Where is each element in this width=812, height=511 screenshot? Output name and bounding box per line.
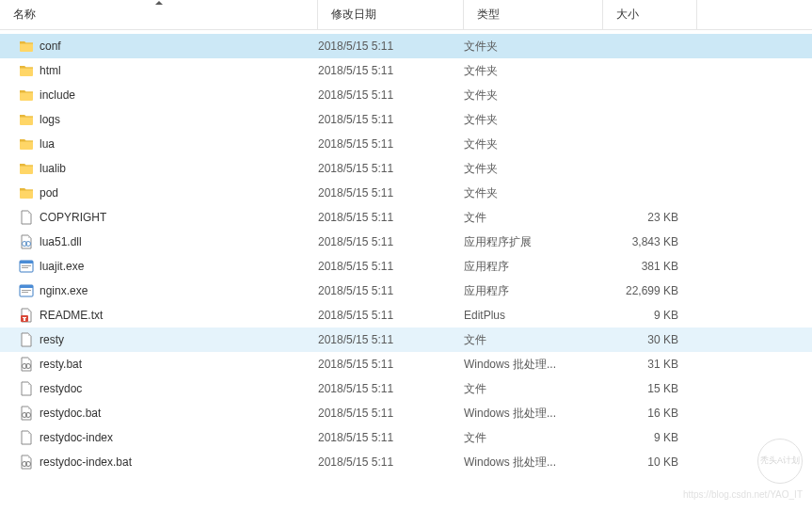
file-name: restydoc.bat (40, 407, 101, 420)
file-name: lua (40, 137, 55, 151)
file-date: 2018/5/15 5:11 (318, 162, 464, 175)
file-name-cell: restydoc (19, 381, 318, 396)
file-name-cell: nginx.exe (19, 283, 318, 298)
file-row[interactable]: logs2018/5/15 5:11文件夹 (0, 107, 812, 132)
column-type[interactable]: 类型 (464, 0, 603, 29)
file-type: Windows 批处理... (464, 406, 603, 422)
file-name-cell: resty.bat (19, 357, 318, 372)
file-name: lua51.dll (40, 235, 82, 248)
file-size: 31 KB (603, 358, 688, 371)
file-type: 文件夹 (464, 63, 603, 79)
file-name-cell: pod (19, 185, 318, 200)
file-name: lualib (40, 162, 66, 175)
file-name: html (40, 64, 61, 77)
file-name-cell: logs (19, 112, 318, 127)
file-row[interactable]: conf2018/5/15 5:11文件夹 (0, 34, 812, 58)
file-row[interactable]: nginx.exe2018/5/15 5:11应用程序22,699 KB (0, 279, 812, 303)
file-name: restydoc (40, 382, 82, 395)
file-type: 应用程序扩展 (464, 234, 603, 250)
file-row[interactable]: README.txt2018/5/15 5:11EditPlus9 KB (0, 303, 812, 327)
file-date: 2018/5/15 5:11 (318, 113, 464, 126)
file-row[interactable]: html2018/5/15 5:11文件夹 (0, 58, 812, 83)
sort-ascending-icon (155, 1, 163, 5)
file-name-cell: COPYRIGHT (19, 210, 318, 225)
watermark-avatar-icon: 秃头A计划 (757, 439, 803, 484)
file-name-cell: restydoc.bat (19, 406, 318, 421)
file-type: 文件 (464, 332, 603, 348)
watermark: 秃头A计划 https://blog.csdn.net/YAO_IT (683, 439, 803, 502)
file-name: COPYRIGHT (40, 211, 106, 224)
file-name-cell: include (19, 88, 318, 103)
file-name: resty.bat (40, 358, 82, 371)
file-row[interactable]: restydoc2018/5/15 5:11文件15 KB (0, 376, 812, 401)
file-type: 文件夹 (464, 185, 603, 201)
file-row[interactable]: luajit.exe2018/5/15 5:11应用程序381 KB (0, 254, 812, 279)
file-size: 9 KB (603, 309, 688, 322)
file-row[interactable]: lua2018/5/15 5:11文件夹 (0, 132, 812, 156)
file-name-cell: luajit.exe (19, 259, 318, 274)
file-name: nginx.exe (40, 284, 88, 297)
file-date: 2018/5/15 5:11 (318, 64, 464, 77)
file-name-cell: README.txt (19, 308, 318, 323)
file-date: 2018/5/15 5:11 (318, 382, 464, 395)
file-row[interactable]: lualib2018/5/15 5:11文件夹 (0, 156, 812, 181)
file-type: 文件夹 (464, 39, 603, 55)
file-type: 文件 (464, 430, 603, 446)
file-size: 9 KB (603, 431, 688, 444)
file-type: Windows 批处理... (464, 357, 603, 373)
file-row[interactable]: include2018/5/15 5:11文件夹 (0, 83, 812, 107)
file-type: 文件夹 (464, 136, 603, 152)
file-name: include (40, 88, 75, 102)
file-row[interactable]: pod2018/5/15 5:11文件夹 (0, 181, 812, 205)
file-size: 22,699 KB (603, 284, 688, 297)
column-size[interactable]: 大小 (603, 0, 697, 29)
file-name: resty (40, 333, 64, 346)
watermark-label: 秃头A计划 (760, 455, 800, 468)
file-type: 文件夹 (464, 88, 603, 104)
file-date: 2018/5/15 5:11 (318, 186, 464, 200)
file-name-cell: resty (19, 332, 318, 347)
file-type: 应用程序 (464, 283, 603, 299)
file-name: luajit.exe (40, 260, 84, 273)
file-name-cell: conf (19, 39, 318, 54)
file-type: 文件 (464, 381, 603, 397)
file-date: 2018/5/15 5:11 (318, 431, 464, 444)
column-date[interactable]: 修改日期 (318, 0, 464, 29)
file-date: 2018/5/15 5:11 (318, 407, 464, 420)
file-size: 30 KB (603, 333, 688, 346)
file-size: 16 KB (603, 407, 688, 420)
file-name: restydoc-index.bat (40, 455, 132, 469)
file-row[interactable]: restydoc.bat2018/5/15 5:11Windows 批处理...… (0, 401, 812, 425)
file-name-cell: lualib (19, 161, 318, 176)
file-size: 15 KB (603, 382, 688, 395)
file-name-cell: restydoc-index.bat (19, 455, 318, 470)
file-type: EditPlus (464, 309, 603, 322)
file-size: 10 KB (603, 455, 688, 469)
file-type: 应用程序 (464, 259, 603, 275)
column-name-label: 名称 (13, 7, 36, 23)
column-name[interactable]: 名称 (0, 0, 318, 29)
file-type: Windows 批处理... (464, 455, 603, 471)
file-date: 2018/5/15 5:11 (318, 40, 464, 53)
file-date: 2018/5/15 5:11 (318, 211, 464, 224)
file-name-cell: html (19, 63, 318, 78)
column-date-label: 修改日期 (331, 7, 376, 23)
file-list: conf2018/5/15 5:11文件夹html2018/5/15 5:11文… (0, 34, 812, 474)
column-size-label: 大小 (616, 7, 639, 23)
file-date: 2018/5/15 5:11 (318, 137, 464, 151)
column-header: 名称 修改日期 类型 大小 (0, 0, 812, 30)
file-row[interactable]: resty2018/5/15 5:11文件30 KB (0, 327, 812, 352)
file-row[interactable]: COPYRIGHT2018/5/15 5:11文件23 KB (0, 205, 812, 230)
file-name: conf (40, 40, 61, 53)
file-row[interactable]: resty.bat2018/5/15 5:11Windows 批处理...31 … (0, 352, 812, 376)
file-name-cell: lua (19, 136, 318, 152)
file-date: 2018/5/15 5:11 (318, 235, 464, 248)
file-size: 3,843 KB (603, 235, 688, 248)
file-date: 2018/5/15 5:11 (318, 284, 464, 297)
file-type: 文件夹 (464, 112, 603, 128)
file-name: restydoc-index (40, 431, 113, 444)
file-date: 2018/5/15 5:11 (318, 333, 464, 346)
file-date: 2018/5/15 5:11 (318, 358, 464, 371)
file-name: README.txt (40, 309, 103, 322)
file-row[interactable]: lua51.dll2018/5/15 5:11应用程序扩展3,843 KB (0, 230, 812, 254)
